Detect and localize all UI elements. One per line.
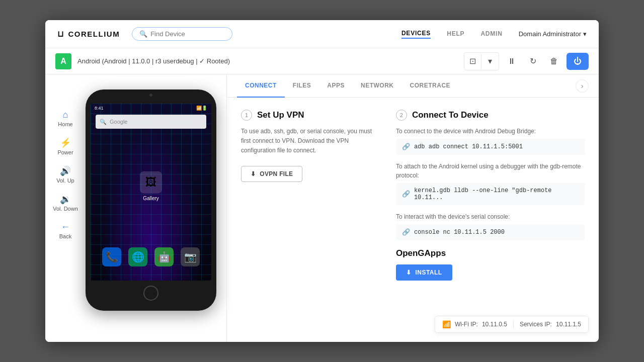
phone-dock: 📞 🌐 🤖 📷 [91, 247, 211, 266]
sidebar-item-vol-up[interactable]: 🔊 Vol. Up [45, 160, 86, 189]
nav-admin[interactable]: ADMIN [480, 30, 502, 38]
download-icon: ⬇ [251, 170, 256, 177]
content-wrapper: CONNECT FILES APPS NETWORK CORETRACE › 1 [226, 74, 599, 342]
search-input[interactable] [150, 30, 225, 38]
delete-button[interactable]: 🗑 [545, 53, 562, 70]
nav-devices[interactable]: DEVICES [401, 30, 431, 39]
phone-app-android[interactable]: 🤖 [154, 247, 174, 266]
adb-command-line[interactable]: 🔗 adb adb connect 10.11.1.5:5001 [396, 139, 585, 155]
gallery-icon: 🖼 [140, 171, 162, 194]
search-icon: 🔍 [139, 30, 147, 38]
wifi-ip-label: Wi-Fi IP: [455, 321, 478, 328]
phone-search-icon: 🔍 [100, 119, 107, 125]
serial-section: To interact with the device's serial con… [396, 212, 585, 240]
step2-header: 2 Connect To Device [396, 110, 585, 121]
content-panel: CONNECT FILES APPS NETWORK CORETRACE › 1 [226, 74, 599, 342]
sidebar-item-power[interactable]: ⚡ Power [45, 132, 86, 160]
sidebar-item-vol-down[interactable]: 🔉 Vol. Down [45, 189, 86, 217]
link-icon-serial: 🔗 [402, 228, 410, 236]
serial-command-text: console nc 10.11.1.5 2000 [414, 229, 505, 236]
gdb-desc: To attach to the Android kernel using a … [396, 162, 585, 180]
logo-text: CORELLIUM [68, 30, 120, 38]
status-divider [513, 320, 514, 328]
sidebar-power-label: Power [57, 149, 73, 155]
sidebar-vol-down-label: Vol. Down [53, 206, 78, 212]
search-box[interactable]: 🔍 [132, 27, 232, 41]
screenshot-button[interactable]: ⊡ [464, 53, 481, 70]
phone-notch [149, 94, 152, 97]
home-icon: ⌂ [63, 110, 68, 120]
sidebar-back-label: Back [59, 233, 71, 239]
gdb-command-line[interactable]: 🔗 kernel.gdb lldb --one-line "gdb-remote… [396, 183, 585, 205]
phone-home-button[interactable] [143, 286, 158, 301]
link-icon-adb: 🔗 [402, 143, 410, 151]
vol-down-icon: 🔉 [60, 194, 71, 205]
step2-number: 2 [396, 110, 407, 121]
header: ⊔ CORELLIUM 🔍 DEVICES HELP ADMIN Domain … [45, 20, 599, 48]
dropdown-arrow-button[interactable]: ▾ [481, 53, 499, 70]
services-ip-value: 10.11.1.5 [556, 321, 581, 328]
wifi-icon: 📶 [442, 320, 451, 328]
install-icon: ⬇ [406, 269, 412, 276]
sidebar-vol-up-label: Vol. Up [56, 177, 74, 184]
install-btn-label: INSTALL [415, 269, 442, 276]
screen-action-group: ⊡ ▾ [464, 52, 499, 70]
install-button[interactable]: ⬇ INSTALL [396, 264, 452, 281]
adb-command-text: adb adb connect 10.11.1.5:5001 [414, 143, 523, 150]
phone-app-camera[interactable]: 📷 [181, 247, 200, 266]
tab-files[interactable]: FILES [285, 74, 319, 98]
user-label: Domain Administrator [519, 30, 581, 38]
phone-app-browser[interactable]: 🌐 [128, 247, 147, 266]
sidebar-item-home[interactable]: ⌂ Home [45, 105, 86, 132]
content-body: 1 Set Up VPN To use adb, ssh, gdb, or se… [227, 98, 599, 342]
connect-device-section: 2 Connect To Device To connect to the de… [396, 110, 585, 330]
main-content: ⌂ Home ⚡ Power 🔊 Vol. Up 🔉 Vol. Down ← [45, 74, 599, 342]
user-menu[interactable]: Domain Administrator ▾ [519, 30, 587, 38]
phone-wallpaper: 8:41 📶🔋 🔍 Google 🖼 Gallery 📞 [91, 104, 211, 281]
phone-signal-icons: 📶🔋 [196, 106, 207, 111]
header-nav: DEVICES HELP ADMIN Domain Administrator … [401, 30, 587, 39]
device-details: (Android | 11.0.0 | r3 userdebug | ✓ Roo… [102, 57, 230, 65]
sidebar-home-label: Home [58, 121, 72, 127]
device-actions: ⊡ ▾ ⏸ ↻ 🗑 ⏻ [464, 52, 589, 70]
step1-title: Set Up VPN [257, 110, 304, 120]
nav-help[interactable]: HELP [447, 30, 464, 38]
phone-search-bar[interactable]: 🔍 Google [96, 115, 206, 129]
phone-screen[interactable]: 8:41 📶🔋 🔍 Google 🖼 Gallery 📞 [91, 104, 211, 281]
avatar-letter: A [60, 57, 66, 66]
side-controls: ⌂ Home ⚡ Power 🔊 Vol. Up 🔉 Vol. Down ← [45, 105, 86, 244]
device-info: Android (Android | 11.0.0 | r3 userdebug… [77, 57, 230, 65]
adb-section: To connect to the device with Android De… [396, 127, 585, 155]
step2-title: Connect To Device [412, 110, 489, 120]
tab-coretrace[interactable]: CORETRACE [402, 74, 459, 98]
status-footer: 📶 Wi-Fi IP: 10.11.0.5 Services IP: 10.11… [435, 316, 589, 333]
sidebar-item-back[interactable]: ← Back [45, 217, 86, 244]
power-icon: ⚡ [60, 137, 71, 148]
setup-vpn-section: 1 Set Up VPN To use adb, ssh, gdb, or se… [241, 110, 376, 330]
ovpn-file-button[interactable]: ⬇ OVPN FILE [241, 166, 302, 182]
wifi-ip-value: 10.11.0.5 [482, 321, 507, 328]
phone-panel: ⌂ Home ⚡ Power 🔊 Vol. Up 🔉 Vol. Down ← [45, 74, 226, 342]
refresh-button[interactable]: ↻ [524, 53, 541, 70]
gdb-command-text: kernel.gdb lldb --one-line "gdb-remote 1… [414, 187, 579, 201]
phone-gallery-app[interactable]: 🖼 Gallery [140, 171, 162, 201]
vol-up-icon: 🔊 [60, 165, 71, 176]
back-icon: ← [61, 222, 70, 232]
serial-desc: To interact with the device's serial con… [396, 212, 585, 221]
chevron-down-icon: ▾ [583, 30, 587, 38]
link-icon-gdb: 🔗 [402, 190, 410, 198]
step1-description: To use adb, ssh, gdb, or serial console,… [241, 127, 376, 156]
tab-bar: CONNECT FILES APPS NETWORK CORETRACE › [227, 74, 599, 98]
gdb-section: To attach to the Android kernel using a … [396, 162, 585, 205]
phone-search-text: Google [110, 119, 127, 125]
serial-command-line[interactable]: 🔗 console nc 10.11.1.5 2000 [396, 224, 585, 240]
device-avatar: A [55, 53, 71, 69]
tab-arrow-button[interactable]: › [576, 79, 589, 93]
device-bar: A Android (Android | 11.0.0 | r3 userdeb… [45, 48, 599, 74]
tab-apps[interactable]: APPS [319, 74, 353, 98]
power-button[interactable]: ⏻ [567, 53, 589, 70]
phone-app-phone[interactable]: 📞 [102, 247, 121, 266]
pause-button[interactable]: ⏸ [503, 53, 520, 70]
tab-network[interactable]: NETWORK [353, 74, 402, 98]
tab-connect[interactable]: CONNECT [237, 74, 285, 98]
